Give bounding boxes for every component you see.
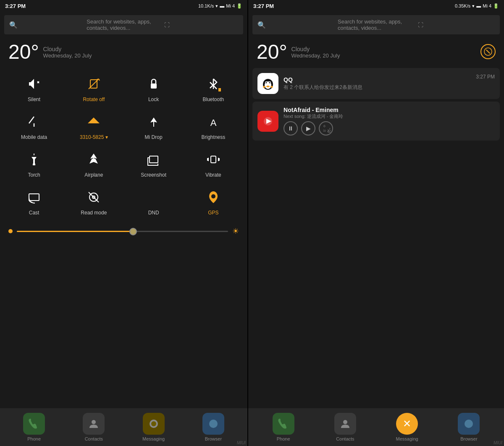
dock-browser-icon — [202, 413, 224, 435]
brightness-sun-icon: ☀ — [232, 227, 239, 236]
svg-marker-7 — [218, 88, 221, 91]
tile-dnd-label: DND — [148, 210, 159, 216]
dnd-icon — [144, 188, 163, 206]
tile-dnd[interactable]: DND — [124, 182, 184, 220]
dock-phone-icon — [23, 413, 45, 435]
tile-mi-drop[interactable]: Mi Drop — [124, 107, 184, 144]
clear-notifications-button[interactable] — [480, 44, 496, 59]
notification-qq[interactable]: QQ 有 2 个联系人给你发过来2条新消息 3:27 PM — [252, 68, 500, 99]
right-status-right: 0.35K/s ▾ ▬ Mi 4 🔋 — [455, 3, 499, 9]
brightness-track[interactable] — [17, 231, 228, 232]
right-battery-icon: 🔋 — [493, 3, 499, 9]
tile-wifi[interactable]: 3310-5825 ▾ — [64, 107, 123, 144]
svg-text:A: A — [210, 117, 217, 128]
svg-point-39 — [266, 82, 267, 83]
right-dock-browser[interactable]: Browser — [438, 413, 500, 441]
search-icon: 🔍 — [9, 21, 83, 29]
music-notif-sub: Next song: 逆流成河 - 金南玲 — [284, 113, 495, 120]
notification-music[interactable]: NotAfraid - Eminem Next song: 逆流成河 - 金南玲… — [252, 102, 500, 141]
music-pause-button[interactable]: ⏸ — [284, 121, 298, 136]
right-dock-contacts[interactable]: Contacts — [314, 413, 376, 441]
wifi-icon: ▾ — [215, 3, 218, 9]
svg-point-28 — [92, 420, 96, 424]
svg-marker-0 — [29, 79, 34, 89]
left-search-bar[interactable]: 🔍 Search for websites, apps, contacts, v… — [4, 15, 243, 34]
dock-messaging-label: Messaging — [142, 436, 165, 441]
tile-screenshot[interactable]: Screenshot — [124, 144, 184, 182]
right-dock-phone-label: Phone — [277, 436, 290, 441]
music-lyrics-button[interactable]: စသည်း — [319, 121, 333, 136]
lyrics-icon: စသည်း — [322, 124, 331, 133]
tile-read-mode[interactable]: Read mode — [64, 182, 123, 220]
tile-vibrate-label: Vibrate — [205, 172, 221, 178]
mi-drop-icon — [144, 112, 163, 131]
right-search-placeholder: Search for websites, apps, contacts, vid… — [338, 18, 415, 31]
left-search-placeholder: Search for websites, apps, contacts, vid… — [87, 18, 160, 31]
svg-point-40 — [269, 82, 270, 83]
left-temp: 20° — [8, 42, 39, 62]
left-panel: 3:27 PM 10.1K/s ▾ ▬ Mi 4 🔋 🔍 Search for … — [0, 0, 247, 446]
dock-contacts-icon — [83, 413, 105, 435]
tile-silent[interactable]: Silent — [4, 69, 64, 107]
tile-mobile-data-label: Mobile data — [21, 134, 47, 140]
tile-silent-label: Silent — [28, 97, 40, 102]
tile-vibrate[interactable]: Vibrate — [184, 144, 243, 182]
tile-read-mode-label: Read mode — [81, 210, 107, 216]
dock-phone-label: Phone — [27, 436, 41, 441]
dock-phone[interactable]: Phone — [4, 413, 64, 441]
right-signal-icon: ▬ — [476, 3, 481, 8]
dock-messaging-icon — [143, 413, 165, 435]
right-speed: 0.35K/s — [455, 3, 470, 8]
dock-browser[interactable]: Browser — [184, 413, 243, 441]
right-dock-browser-icon — [458, 413, 480, 435]
tile-lock[interactable]: Lock — [124, 69, 184, 107]
music-notif-content: NotAfraid - Eminem Next song: 逆流成河 - 金南玲… — [284, 107, 495, 136]
tile-mobile-data[interactable]: Mobile data — [4, 107, 64, 144]
right-expand-icon: ⛶ — [418, 22, 495, 28]
right-dock-phone[interactable]: Phone — [252, 413, 314, 441]
dock-messaging[interactable]: Messaging — [124, 413, 184, 441]
tile-cast[interactable]: Cast — [4, 182, 64, 220]
left-weather-condition: Cloudy — [43, 46, 92, 52]
tile-rotate-off[interactable]: Rotate off — [64, 69, 123, 107]
right-wifi-icon: ▾ — [472, 3, 475, 9]
tile-wifi-label: 3310-5825 ▾ — [80, 134, 108, 140]
svg-point-27 — [211, 194, 215, 198]
right-dock-messaging[interactable]: ✕ Messaging — [376, 413, 438, 441]
svg-marker-10 — [88, 117, 100, 123]
left-dock: Phone Contacts Messaging Browser — [0, 408, 247, 446]
tile-torch[interactable]: Torch — [4, 144, 64, 182]
brightness-thumb[interactable] — [129, 228, 137, 235]
brightness-fill — [17, 231, 133, 232]
miui-watermark: MIUI — [237, 441, 246, 445]
right-dock-contacts-label: Contacts — [336, 436, 354, 441]
svg-point-47 — [465, 420, 473, 428]
brightness-slider-row: ☀ — [0, 223, 247, 241]
left-status-bar: 3:27 PM 10.1K/s ▾ ▬ Mi 4 🔋 — [0, 0, 247, 12]
tile-bluetooth[interactable]: Bluetooth — [184, 69, 243, 107]
tile-gps[interactable]: GPS — [184, 182, 243, 220]
dock-contacts[interactable]: Contacts — [64, 413, 123, 441]
right-search-bar[interactable]: 🔍 Search for websites, apps, contacts, v… — [252, 15, 500, 34]
tile-rotate-label: Rotate off — [83, 97, 105, 102]
signal-icon: ▬ — [220, 3, 224, 8]
right-miui-watermark: MIUI — [494, 441, 502, 445]
svg-rect-23 — [29, 194, 39, 201]
left-speed: 10.1K/s — [198, 3, 214, 8]
svg-point-30 — [151, 421, 156, 426]
left-weather-info: Cloudy Wednesday, 20 July — [43, 46, 92, 59]
right-device-name: Mi 4 — [483, 3, 491, 8]
tile-mi-drop-label: Mi Drop — [145, 134, 163, 140]
tile-airplane[interactable]: Airplane — [64, 144, 123, 182]
mobile-data-icon — [25, 112, 43, 131]
tile-bluetooth-label: Bluetooth — [203, 97, 224, 102]
torch-icon — [25, 150, 43, 169]
music-next-button[interactable]: ▶ — [301, 121, 315, 136]
tile-brightness[interactable]: A Brightness — [184, 107, 243, 144]
pause-icon: ⏸ — [288, 125, 294, 132]
messaging-close-button[interactable]: ✕ — [396, 413, 418, 435]
qq-notif-time: 3:27 PM — [476, 73, 495, 80]
dock-contacts-label: Contacts — [85, 436, 103, 441]
gps-icon — [204, 188, 223, 206]
svg-point-46 — [343, 420, 347, 424]
